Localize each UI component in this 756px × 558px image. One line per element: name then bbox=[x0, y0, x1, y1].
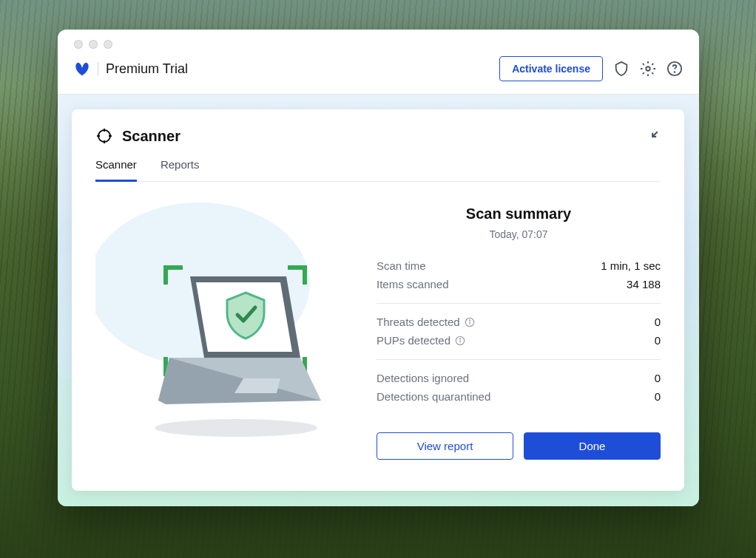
info-icon[interactable] bbox=[455, 336, 465, 346]
scanner-card: Scanner Scanner Reports bbox=[72, 109, 684, 491]
summary-date: Today, 07:07 bbox=[377, 228, 661, 240]
collapse-icon[interactable] bbox=[646, 129, 661, 143]
svg-point-9 bbox=[155, 419, 317, 437]
row-detections-quarantined: Detections quarantined 0 bbox=[377, 387, 661, 406]
help-icon[interactable] bbox=[666, 61, 683, 77]
tab-scanner[interactable]: Scanner bbox=[95, 158, 137, 182]
crosshair-icon bbox=[95, 127, 113, 145]
scan-summary: Scan summary Today, 07:07 Scan time 1 mi… bbox=[377, 203, 661, 460]
svg-point-15 bbox=[460, 338, 461, 338]
row-items-scanned: Items scanned 34 188 bbox=[377, 275, 661, 293]
settings-gear-icon[interactable] bbox=[640, 61, 656, 77]
svg-point-3 bbox=[98, 130, 110, 142]
info-icon[interactable] bbox=[465, 317, 475, 327]
minimize-window-button[interactable] bbox=[89, 40, 98, 49]
svg-point-2 bbox=[675, 72, 675, 72]
maximize-window-button[interactable] bbox=[104, 40, 112, 49]
view-report-button[interactable]: View report bbox=[377, 432, 513, 460]
activate-license-button[interactable]: Activate license bbox=[499, 56, 603, 81]
scan-complete-illustration bbox=[95, 203, 362, 446]
malwarebytes-logo-icon bbox=[74, 61, 90, 77]
done-button[interactable]: Done bbox=[524, 432, 661, 460]
row-threats-detected: Threats detected 0 bbox=[377, 313, 661, 331]
title-divider bbox=[98, 62, 98, 75]
row-pups-detected: PUPs detected 0 bbox=[377, 331, 661, 350]
svg-point-12 bbox=[469, 319, 470, 320]
close-window-button[interactable] bbox=[74, 40, 83, 49]
titlebar: Premium Trial Activate license bbox=[58, 30, 699, 95]
svg-point-0 bbox=[646, 67, 650, 71]
summary-title: Scan summary bbox=[377, 205, 661, 222]
row-detections-ignored: Detections ignored 0 bbox=[377, 369, 661, 387]
shield-icon[interactable] bbox=[613, 61, 630, 77]
row-scan-time: Scan time 1 min, 1 sec bbox=[377, 256, 661, 275]
app-title: Premium Trial bbox=[106, 61, 188, 77]
window-controls bbox=[74, 40, 112, 49]
card-title: Scanner bbox=[122, 128, 180, 145]
tabs: Scanner Reports bbox=[95, 158, 661, 182]
tab-reports[interactable]: Reports bbox=[161, 158, 200, 182]
app-window: Premium Trial Activate license bbox=[58, 30, 699, 506]
